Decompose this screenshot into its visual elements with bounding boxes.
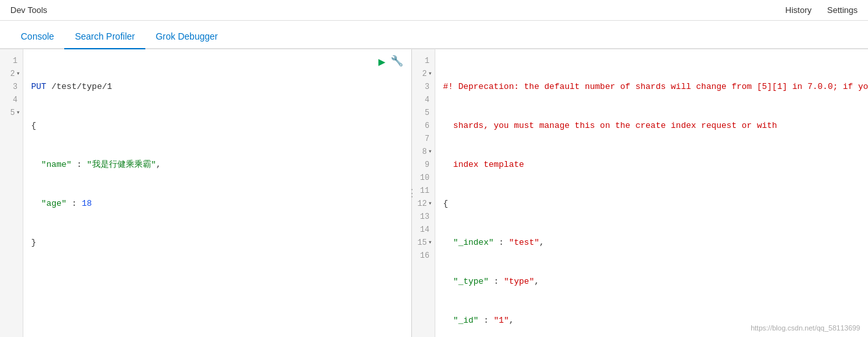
editor-code-area[interactable]: 1 2▾ 3 4 5▾ PUT /test/type/1 { "name" : …	[0, 49, 411, 337]
output-line-1: #! Deprecation: the default number of sh…	[443, 81, 863, 94]
header-actions: History Settings	[786, 5, 858, 15]
ln-2: 2▾	[0, 68, 23, 81]
editor-line-1: PUT /test/type/1	[31, 81, 406, 94]
editor-line-numbers: 1 2▾ 3 4 5▾	[0, 49, 23, 337]
run-button[interactable]: ▶	[378, 55, 385, 69]
output-line-4: "_type" : "type",	[443, 275, 863, 288]
output-panel: 1 2▾ 3 4 5 6 7 8▾ 9 10 11 12▾ 13 14 15▾ …	[412, 49, 868, 337]
ln-1: 1	[0, 55, 23, 68]
ln-5: 5▾	[0, 106, 23, 119]
output-code-area: 1 2▾ 3 4 5 6 7 8▾ 9 10 11 12▾ 13 14 15▾ …	[412, 49, 868, 337]
editor-panel: ▶ 🔧 1 2▾ 3 4 5▾ PUT /test/type/1 { "name…	[0, 49, 412, 337]
editor-line-5: }	[31, 236, 406, 249]
header: Dev Tools History Settings	[0, 0, 868, 21]
tab-bar: Console Search Profiler Grok Debugger	[0, 21, 868, 49]
editor-toolbar: ▶ 🔧	[378, 55, 404, 69]
output-line-1c: index template	[443, 158, 863, 171]
output-content: #! Deprecation: the default number of sh…	[435, 49, 868, 337]
wrench-button[interactable]: 🔧	[391, 55, 404, 69]
editor-line-2: {	[31, 119, 406, 132]
tab-grok-debugger[interactable]: Grok Debugger	[145, 25, 228, 49]
output-line-1b: shards, you must manage this on the crea…	[443, 119, 863, 132]
history-button[interactable]: History	[786, 5, 812, 15]
app-title: Dev Tools	[10, 5, 47, 15]
settings-button[interactable]: Settings	[827, 5, 858, 15]
tab-console[interactable]: Console	[10, 25, 64, 49]
ln-3: 3	[0, 81, 23, 94]
output-line-3: "_index" : "test",	[443, 236, 863, 249]
ln-4: 4	[0, 94, 23, 106]
editor-line-3: "name" : "我是行健乘乘霸",	[31, 158, 406, 171]
tab-search-profiler[interactable]: Search Profiler	[64, 25, 145, 49]
output-line-2: {	[443, 197, 863, 210]
watermark: https://blog.csdn.net/qq_58113699	[751, 324, 860, 332]
main-content: ▶ 🔧 1 2▾ 3 4 5▾ PUT /test/type/1 { "name…	[0, 49, 868, 337]
editor-line-4: "age" : 18	[31, 197, 406, 210]
editor-content[interactable]: PUT /test/type/1 { "name" : "我是行健乘乘霸", "…	[23, 49, 411, 337]
panel-divider[interactable]: ⋮	[409, 49, 414, 337]
